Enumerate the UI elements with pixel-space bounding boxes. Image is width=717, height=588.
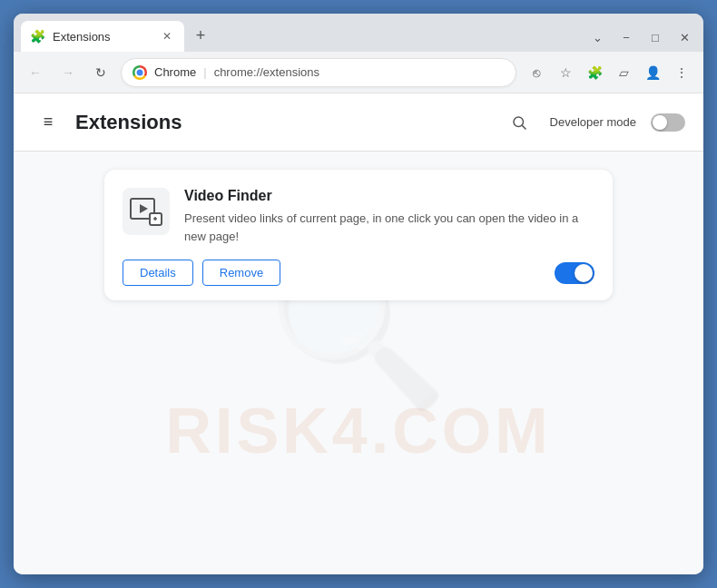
back-button[interactable]: ← [23, 60, 48, 85]
profile-icon[interactable]: 👤 [640, 60, 665, 85]
browser-window: 🧩 Extensions ✕ + ⌄ − □ ✕ ← → ↻ Chrome | … [14, 14, 703, 574]
search-icon [511, 114, 527, 131]
details-button[interactable]: Details [123, 260, 193, 286]
window-controls: ⌄ − □ ✕ [585, 28, 696, 46]
extension-icon [123, 188, 170, 235]
nav-action-buttons: ⎋ ☆ 🧩 ▱ 👤 ⋮ [524, 60, 694, 85]
card-bottom: Details Remove [123, 260, 594, 286]
close-button[interactable]: ✕ [673, 28, 696, 46]
tab-close-button[interactable]: ✕ [159, 28, 175, 44]
page-title: Extensions [75, 111, 182, 134]
extension-name: Video Finder [184, 188, 594, 204]
forward-button[interactable]: → [55, 60, 81, 85]
minimize-button[interactable]: − [614, 28, 638, 46]
developer-mode-toggle[interactable] [651, 113, 685, 132]
extensions-header: ≡ Extensions Developer mode [14, 93, 703, 152]
remove-button[interactable]: Remove [202, 260, 280, 286]
search-button[interactable] [503, 106, 535, 139]
hamburger-menu-button[interactable]: ≡ [32, 106, 64, 139]
nav-bar: ← → ↻ Chrome | chrome://extensions ⎋ ☆ 🧩… [14, 52, 703, 93]
page-content: ≡ Extensions Developer mode 🔍 RISK4.COM [14, 93, 703, 574]
address-url: chrome://extensions [214, 65, 319, 79]
reload-button[interactable]: ↻ [88, 60, 113, 85]
new-tab-button[interactable]: + [188, 23, 213, 48]
extension-description: Present video links of current page, in … [184, 210, 594, 245]
video-finder-icon [128, 193, 164, 230]
header-actions: Developer mode [503, 106, 685, 139]
developer-mode-label: Developer mode [550, 115, 636, 129]
menu-dots-icon[interactable]: ⋮ [669, 60, 694, 85]
extension-enabled-toggle[interactable] [555, 262, 594, 284]
card-top: Video Finder Present video links of curr… [123, 188, 594, 245]
title-bar: 🧩 Extensions ✕ + ⌄ − □ ✕ [14, 14, 703, 52]
card-info: Video Finder Present video links of curr… [184, 188, 594, 245]
extensions-puzzle-icon[interactable]: 🧩 [582, 60, 607, 85]
active-tab: 🧩 Extensions ✕ [21, 21, 184, 52]
maximize-button[interactable]: □ [643, 28, 667, 46]
address-bar[interactable]: Chrome | chrome://extensions [121, 58, 516, 87]
svg-point-0 [514, 117, 524, 127]
brand-name: Chrome [154, 65, 196, 79]
extensions-body: 🔍 RISK4.COM Vi [14, 152, 703, 574]
star-icon[interactable]: ☆ [553, 60, 578, 85]
address-divider: | [203, 65, 206, 79]
sidebar-icon[interactable]: ▱ [611, 60, 636, 85]
chrome-logo-icon [133, 65, 147, 80]
tab-puzzle-icon: 🧩 [30, 29, 45, 44]
watermark-text: RISK4.COM [166, 395, 552, 467]
share-icon[interactable]: ⎋ [524, 60, 549, 85]
svg-line-1 [522, 125, 525, 129]
chevron-down-button[interactable]: ⌄ [585, 28, 609, 46]
extension-card: Video Finder Present video links of curr… [104, 170, 613, 300]
svg-marker-3 [140, 204, 148, 213]
tab-title: Extensions [53, 30, 152, 44]
